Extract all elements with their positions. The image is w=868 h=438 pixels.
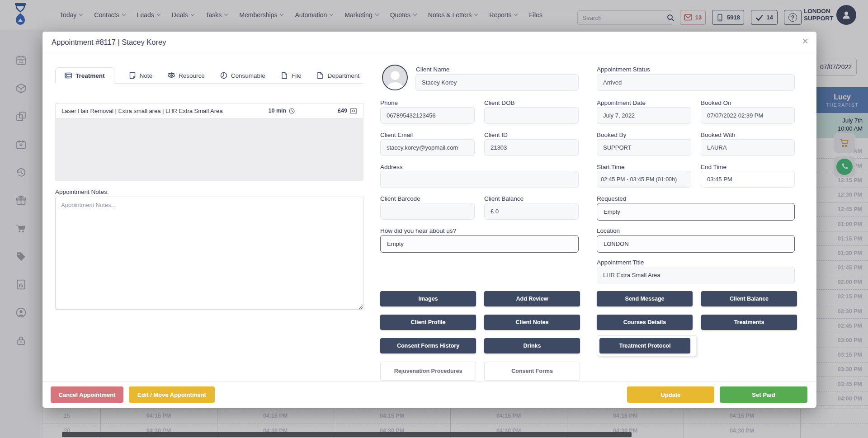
client-name-field[interactable]: [415, 74, 579, 91]
requested-select[interactable]: Empty: [597, 203, 795, 221]
hear-about-select[interactable]: Empty: [380, 235, 579, 253]
update-button[interactable]: Update: [627, 386, 714, 403]
appointment-modal: Appointment #8117 | Stacey Korey × Treat…: [42, 32, 816, 408]
phone-field[interactable]: [380, 107, 475, 124]
treatment-duration: 10 min: [269, 108, 295, 114]
tab-label: Resource: [179, 72, 205, 79]
client-name-label: Client Name: [416, 66, 449, 73]
banknote-icon: [350, 108, 357, 114]
cancel-appointment-button[interactable]: Cancel Appointment: [51, 386, 123, 403]
start-time-label: Start Time: [597, 164, 625, 170]
scales-icon: [168, 72, 175, 79]
consent-forms-button[interactable]: Consent Forms: [484, 362, 580, 381]
tab-consumable[interactable]: Consumable: [219, 68, 266, 83]
treatment-price: £49: [338, 108, 357, 114]
tab-department[interactable]: Department: [316, 68, 360, 83]
clock-icon: [289, 108, 295, 114]
end-time-field[interactable]: [701, 171, 795, 188]
appointment-notes-textarea[interactable]: [55, 197, 363, 310]
treatment-list-icon: [65, 72, 72, 79]
courses-details-button[interactable]: Courses Details: [597, 315, 693, 330]
tab-label: Note: [140, 72, 153, 79]
client-barcode-field[interactable]: [380, 203, 475, 220]
drinks-button[interactable]: Drinks: [484, 338, 580, 353]
client-email-field[interactable]: [380, 139, 475, 156]
modal-footer: Cancel Appointment Edit / Move Appointme…: [42, 381, 816, 408]
client-id-label: Client ID: [484, 132, 508, 138]
client-balance-button[interactable]: Client Balance: [701, 291, 797, 306]
tab-label: Department: [327, 72, 359, 79]
address-field[interactable]: [380, 171, 579, 188]
treatments-button[interactable]: Treatments: [701, 315, 797, 330]
client-dob-field[interactable]: [484, 107, 579, 124]
booked-with-field[interactable]: [701, 139, 795, 156]
client-profile-button[interactable]: Client Profile: [380, 315, 476, 330]
client-id-field[interactable]: [484, 139, 579, 156]
rejuvenation-procedures-button[interactable]: Rejuvenation Procedures: [380, 362, 476, 381]
price-text: £49: [338, 108, 347, 114]
booked-by-field[interactable]: [597, 139, 691, 156]
tab-label: File: [292, 72, 302, 79]
screen: Today Contacts Leads Deals Tasks Members…: [0, 0, 868, 438]
booked-on-label: Booked On: [701, 99, 731, 106]
appointment-title-field[interactable]: [597, 267, 795, 283]
location-label: Location: [597, 227, 620, 234]
tab-note[interactable]: Note: [128, 68, 154, 83]
tab-resource[interactable]: Resource: [167, 68, 206, 83]
appointment-notes-label: Appointment Notes:: [55, 188, 109, 195]
note-icon: [129, 72, 136, 79]
treatment-list: Laser Hair Removal | Extra small area | …: [55, 103, 363, 181]
client-email-label: Client Email: [380, 132, 413, 138]
requested-label: Requested: [597, 195, 626, 202]
modal-header: Appointment #8117 | Stacey Korey: [42, 32, 816, 53]
appointment-title-label: Appointment Title: [597, 259, 644, 266]
client-balance-field[interactable]: [484, 203, 579, 220]
tab-file[interactable]: File: [280, 68, 302, 83]
treatment-protocol-button[interactable]: Treatment Protocol: [599, 338, 690, 353]
location-value: LONDON: [604, 240, 629, 247]
pie-chart-icon: [220, 72, 227, 79]
close-icon[interactable]: ×: [802, 36, 808, 47]
start-time-field[interactable]: [597, 171, 691, 188]
phone-label: Phone: [380, 99, 398, 106]
address-label: Address: [380, 164, 403, 170]
treatment-row[interactable]: Laser Hair Removal | Extra small area | …: [55, 103, 363, 118]
requested-value: Empty: [604, 208, 620, 215]
hear-about-label: How did you hear about us?: [380, 227, 456, 234]
end-time-label: End Time: [701, 164, 726, 170]
duration-text: 10 min: [269, 108, 287, 114]
person-silhouette-icon: [385, 68, 406, 89]
booked-by-label: Booked By: [597, 132, 626, 138]
hear-about-value: Empty: [387, 240, 404, 247]
appointment-date-label: Appointment Date: [597, 99, 646, 106]
set-paid-button[interactable]: Set Paid: [720, 386, 807, 403]
booked-on-field[interactable]: [701, 107, 795, 124]
client-notes-button[interactable]: Client Notes: [484, 315, 580, 330]
tab-label: Treatment: [75, 72, 105, 79]
consent-forms-history-button[interactable]: Consent Forms History: [380, 338, 476, 353]
client-dob-label: Client DOB: [484, 99, 515, 106]
location-select[interactable]: LONDON: [597, 235, 795, 253]
images-button[interactable]: Images: [380, 291, 476, 306]
booked-with-label: Booked With: [701, 132, 736, 138]
document-icon: [316, 72, 324, 79]
edit-move-appointment-button[interactable]: Edit / Move Appointment: [129, 386, 215, 403]
appointment-status-label: Appointment Status: [597, 66, 650, 73]
treatment-name: Laser Hair Removal | Extra small area | …: [61, 108, 269, 114]
add-review-button[interactable]: Add Review: [484, 291, 580, 306]
appointment-status-field[interactable]: [597, 74, 795, 91]
send-message-button[interactable]: Send Message: [597, 291, 693, 306]
modal-title: Appointment #8117 | Stacey Korey: [52, 38, 166, 47]
tab-treatment[interactable]: Treatment: [55, 67, 114, 84]
modal-tabs: Treatment Note Resource Consumable File …: [55, 65, 363, 84]
client-avatar: [382, 65, 408, 90]
client-barcode-label: Client Barcode: [380, 195, 420, 202]
tab-label: Consumable: [231, 72, 265, 79]
file-icon: [281, 72, 288, 79]
client-balance-label: Client Balance: [484, 195, 524, 202]
appointment-date-field[interactable]: [597, 107, 691, 124]
